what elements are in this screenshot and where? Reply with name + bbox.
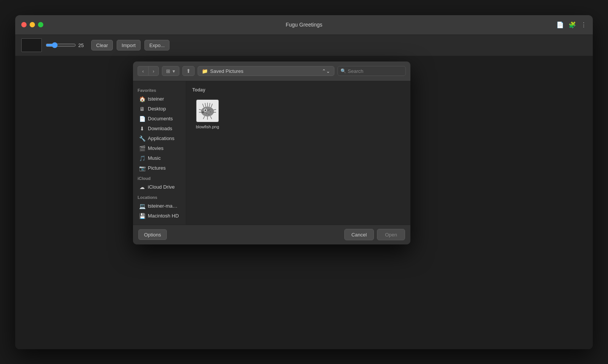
dialog-action-buttons: Cancel Open <box>344 229 405 240</box>
dropdown-arrow-icon: ⌃⌄ <box>322 68 330 74</box>
grid-view-icon: ⊞ <box>166 68 170 74</box>
harddisk-icon: 💾 <box>139 213 145 219</box>
dialog-body: Favorites 🏠 tsteiner 🖥 Desktop 📄 Documen… <box>133 81 410 225</box>
documents-icon: 📄 <box>139 116 145 122</box>
svg-point-22 <box>208 113 209 115</box>
sidebar-item-movies[interactable]: 🎬 Movies <box>135 143 184 153</box>
favorites-section-label: Favorites <box>133 85 186 94</box>
locations-section-label: Locations <box>133 192 186 201</box>
sidebar-item-macbook[interactable]: 💻 tsteiner-macb... <box>135 201 184 211</box>
puzzle-icon[interactable]: 🧩 <box>568 21 576 28</box>
sidebar-item-label: Music <box>148 155 161 161</box>
sidebar-item-pictures[interactable]: 📷 Pictures <box>135 163 184 173</box>
view-toggle-button[interactable]: ⊞ ▾ <box>162 66 179 76</box>
title-bar-actions: 📄 🧩 ⋮ <box>556 21 587 28</box>
brush-size-slider[interactable] <box>46 42 76 48</box>
sidebar-item-label: Documents <box>148 116 173 121</box>
traffic-lights <box>21 22 43 27</box>
open-button[interactable]: Open <box>377 229 405 240</box>
file-name: blowfish.png <box>196 124 219 129</box>
svg-point-18 <box>207 109 209 111</box>
movies-icon: 🎬 <box>139 145 145 151</box>
svg-point-16 <box>205 109 205 110</box>
icloud-section-label: iCloud <box>133 173 186 182</box>
search-icon: 🔍 <box>340 68 346 74</box>
sidebar-item-tsteiner[interactable]: 🏠 tsteiner <box>135 94 184 104</box>
options-button[interactable]: Options <box>138 229 167 240</box>
import-button[interactable]: Import <box>117 40 141 50</box>
svg-point-19 <box>210 111 211 112</box>
sidebar-item-label: Macintosh HD <box>148 213 179 219</box>
slider-value: 25 <box>78 43 87 48</box>
file-item-blowfish[interactable]: blowfish.png <box>192 97 223 131</box>
sidebar-item-desktop[interactable]: 🖥 Desktop <box>135 104 184 114</box>
canvas-preview <box>21 38 42 52</box>
music-icon: 🎵 <box>139 155 145 161</box>
slider-container: 25 <box>46 42 87 48</box>
svg-point-20 <box>209 109 210 110</box>
cancel-button[interactable]: Cancel <box>344 229 374 240</box>
file-icon[interactable]: 📄 <box>556 21 564 28</box>
window-title: Fugu Greetings <box>286 22 323 28</box>
downloads-icon: ⬇ <box>139 126 145 132</box>
file-area: Today <box>186 81 410 225</box>
sidebar-item-label: iCloud Drive <box>148 184 175 190</box>
close-button[interactable] <box>21 22 27 27</box>
back-button[interactable]: ‹ <box>138 66 148 76</box>
title-bar: Fugu Greetings 📄 🧩 ⋮ <box>15 15 593 35</box>
sidebar: Favorites 🏠 tsteiner 🖥 Desktop 📄 Documen… <box>133 81 186 225</box>
clear-button[interactable]: Clear <box>91 40 113 50</box>
icloud-icon: ☁ <box>139 184 145 190</box>
today-label: Today <box>192 87 404 93</box>
file-open-dialog: ‹ › ⊞ ▾ ⬆ 📁 Saved Pictures ⌃⌄ 🔍 <box>133 61 410 244</box>
location-name: Saved Pictures <box>210 68 320 74</box>
sidebar-item-music[interactable]: 🎵 Music <box>135 153 184 163</box>
svg-point-21 <box>206 113 207 114</box>
search-input[interactable] <box>337 66 406 76</box>
chevron-down-icon: ▾ <box>173 68 175 74</box>
svg-point-15 <box>204 109 206 111</box>
sidebar-item-downloads[interactable]: ⬇ Downloads <box>135 124 184 134</box>
sidebar-item-label: Applications <box>148 136 174 141</box>
minimize-button[interactable] <box>30 22 35 27</box>
dialog-footer: Options Cancel Open <box>133 225 410 244</box>
sidebar-item-icloud-drive[interactable]: ☁ iCloud Drive <box>135 182 184 192</box>
sidebar-item-label: Pictures <box>148 165 166 171</box>
home-icon: 🏠 <box>139 96 145 102</box>
sidebar-item-label: tsteiner-macb... <box>148 203 180 209</box>
location-dropdown[interactable]: 📁 Saved Pictures ⌃⌄ <box>198 66 334 76</box>
maximize-button[interactable] <box>38 22 43 27</box>
mac-window: Fugu Greetings 📄 🧩 ⋮ 25 Clear Import Exp… <box>15 15 593 349</box>
applications-icon: 🔧 <box>139 136 145 142</box>
forward-button[interactable]: › <box>148 66 159 76</box>
main-content: ‹ › ⊞ ▾ ⬆ 📁 Saved Pictures ⌃⌄ 🔍 <box>15 56 593 349</box>
sidebar-item-applications[interactable]: 🔧 Applications <box>135 134 184 143</box>
sidebar-item-documents[interactable]: 📄 Documents <box>135 114 184 124</box>
svg-point-17 <box>202 111 204 113</box>
sidebar-item-label: Downloads <box>148 126 172 131</box>
file-thumbnail <box>196 99 219 122</box>
menu-icon[interactable]: ⋮ <box>581 21 587 28</box>
file-grid: blowfish.png <box>192 97 404 131</box>
dialog-toolbar: ‹ › ⊞ ▾ ⬆ 📁 Saved Pictures ⌃⌄ 🔍 <box>133 61 410 81</box>
toolbar: 25 Clear Import Expo... <box>15 35 593 56</box>
desktop-icon: 🖥 <box>139 106 145 112</box>
export-button[interactable]: Expo... <box>144 40 169 50</box>
sidebar-item-macintosh-hd[interactable]: 💾 Macintosh HD <box>135 211 184 221</box>
sidebar-item-label: Movies <box>148 145 163 151</box>
folder-icon: 📁 <box>202 68 208 74</box>
laptop-icon: 💻 <box>139 203 145 209</box>
search-wrapper: 🔍 <box>337 66 406 76</box>
nav-button-group: ‹ › <box>138 66 159 76</box>
folder-action-button[interactable]: ⬆ <box>182 66 195 76</box>
pictures-icon: 📷 <box>139 165 145 171</box>
blowfish-image <box>197 100 218 121</box>
folder-up-icon: ⬆ <box>186 68 191 74</box>
sidebar-item-label: tsteiner <box>148 96 164 102</box>
sidebar-item-label: Desktop <box>148 106 166 112</box>
